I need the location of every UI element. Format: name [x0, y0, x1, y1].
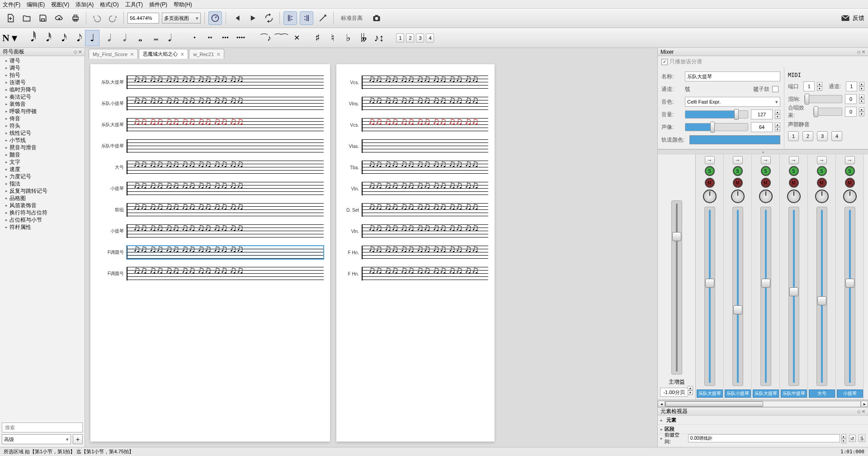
- channel-fader[interactable]: [816, 207, 827, 386]
- menu-add[interactable]: 添加(A): [75, 1, 94, 7]
- staff[interactable]: ♫♫ ♫♫ ♫♫ ♫♫ ♫♫ ♫♫ ♫♫: [127, 203, 324, 217]
- duration-8th[interactable]: 𝅘𝅥𝅮: [70, 30, 84, 46]
- menu-view[interactable]: 视图(V): [51, 1, 69, 7]
- sharp-button[interactable]: ♯: [310, 30, 325, 46]
- redo-button[interactable]: [106, 11, 120, 25]
- palette-item[interactable]: 文字: [0, 158, 85, 166]
- score-tab[interactable]: w_Rec21×: [189, 49, 224, 59]
- palette-close-icon[interactable]: ✕: [78, 49, 82, 54]
- palette-add-button[interactable]: +: [73, 434, 83, 444]
- dot-3[interactable]: •••: [218, 30, 232, 46]
- staff[interactable]: ♫♫ ♫♫ ♫♫ ♫♫ ♫♫ ♫♫ ♫♫: [127, 182, 324, 195]
- menubar[interactable]: 文件(F) 编辑(E) 视图(V) 添加(A) 格式(O) 工具(T) 插件(P…: [0, 0, 868, 8]
- palette-item[interactable]: 颤音: [0, 151, 85, 158]
- cloud-button[interactable]: [52, 11, 66, 25]
- mute-button[interactable]: M: [733, 178, 743, 188]
- duration-breve[interactable]: 𝅜: [146, 30, 161, 46]
- staff[interactable]: ♫♫ ♫♫ ♫♫ ♫♫ ♫♫ ♫♫ ♫♫: [127, 246, 324, 259]
- loop-button[interactable]: [262, 11, 276, 25]
- palette-item[interactable]: 倚音: [0, 115, 85, 122]
- rewind-button[interactable]: [230, 11, 243, 25]
- palette-item[interactable]: 连谱号: [0, 79, 85, 86]
- staff[interactable]: ♫♫ ♫♫ ♫♫ ♫♫ ♫♫ ♫♫ ♫♫: [362, 267, 488, 280]
- sound-dropdown[interactable]: Celli Fast Expr.: [685, 97, 780, 107]
- master-gain-value[interactable]: -1.00分贝: [660, 388, 688, 397]
- menu-edit[interactable]: 编辑(E): [27, 1, 45, 7]
- staff[interactable]: ♫♫ ♫♫ ♫♫ ♫♫ ♫♫ ♫♫ ♫♫: [362, 182, 488, 195]
- duration-whole[interactable]: 𝅝: [131, 30, 146, 46]
- tab-close-icon[interactable]: ×: [130, 51, 134, 58]
- palette-item[interactable]: 占位框与小节: [0, 216, 85, 223]
- channel-fader[interactable]: [732, 207, 743, 386]
- duration-32nd[interactable]: 𝅘𝅥𝅰: [39, 30, 53, 46]
- track-name-input[interactable]: [685, 71, 780, 81]
- voice-1-button[interactable]: 1: [396, 33, 404, 43]
- repeat-end-button[interactable]: [300, 11, 313, 25]
- menu-format[interactable]: 格式(O): [100, 1, 118, 7]
- volume-slider[interactable]: [685, 110, 748, 119]
- staff[interactable]: ♫♫ ♫♫ ♫♫ ♫♫ ♫♫ ♫♫ ♫♫: [362, 161, 488, 174]
- palette-item[interactable]: 品格图: [0, 195, 85, 202]
- solo-button[interactable]: S: [845, 166, 855, 176]
- chorus-slider[interactable]: [813, 108, 842, 116]
- flat-button[interactable]: ♭: [341, 30, 355, 46]
- tie-button[interactable]: ⁀♪: [259, 30, 273, 46]
- print-button[interactable]: [69, 11, 82, 25]
- repeat-start-button[interactable]: [283, 11, 297, 25]
- staff[interactable]: [362, 139, 488, 153]
- channel-fader[interactable]: [760, 207, 771, 386]
- zoom-input[interactable]: [127, 13, 159, 24]
- palette-item[interactable]: 装饰音: [0, 100, 85, 108]
- palette-level-dropdown[interactable]: 高级: [2, 434, 71, 444]
- apply-style-button[interactable]: S: [859, 435, 865, 442]
- mixer-hscrollbar[interactable]: ◂ ▸: [658, 400, 868, 407]
- pan-button[interactable]: [316, 11, 330, 25]
- staff[interactable]: ♫♫ ♫♫ ♫♫ ♫♫ ♫♫ ♫♫ ♫♫: [362, 118, 488, 132]
- channel-fader[interactable]: [704, 207, 715, 386]
- palette-item[interactable]: 风笛装饰音: [0, 202, 85, 209]
- natural-button[interactable]: ♮: [326, 30, 340, 46]
- staff[interactable]: ♫♫ ♫♫ ♫♫ ♫♫ ♫♫ ♫♫ ♫♫: [127, 224, 324, 238]
- pan-knob[interactable]: [787, 190, 801, 203]
- staff[interactable]: ♫♫ ♫♫ ♫♫ ♫♫ ♫♫ ♫♫ ♫♫: [362, 203, 488, 217]
- midi-port-input[interactable]: 1: [803, 81, 815, 91]
- inspector-close-icon[interactable]: ✕: [862, 409, 865, 414]
- palette-item[interactable]: 小节线: [0, 137, 85, 144]
- staff[interactable]: ♫♫ ♫♫ ♫♫ ♫♫ ♫♫ ♫♫ ♫♫: [362, 97, 488, 110]
- voice-mute-button[interactable]: 1: [788, 131, 799, 141]
- menu-help[interactable]: 帮助(H): [174, 1, 192, 7]
- midi-channel-input[interactable]: 1: [846, 81, 857, 91]
- dot-1[interactable]: •: [187, 30, 202, 46]
- mute-button[interactable]: M: [817, 178, 827, 188]
- mixer-undock-icon[interactable]: ◇: [857, 49, 861, 54]
- solo-button[interactable]: S: [789, 166, 799, 176]
- palette-item[interactable]: 琶音与滑音: [0, 144, 85, 151]
- duration-half2[interactable]: 𝅗𝅥: [116, 30, 130, 46]
- palette-item[interactable]: 反复与跳转记号: [0, 187, 85, 195]
- metronome-button[interactable]: [208, 11, 222, 25]
- voice-4-button[interactable]: 4: [426, 33, 434, 43]
- pan-knob[interactable]: [843, 190, 857, 203]
- feedback-button[interactable]: 反馈: [841, 14, 864, 22]
- strip-expand-button[interactable]: →: [817, 156, 827, 164]
- view-mode-dropdown[interactable]: 多页面视图: [162, 13, 201, 24]
- save-button[interactable]: [36, 11, 50, 25]
- tab-close-icon[interactable]: ×: [180, 51, 184, 58]
- pan-knob[interactable]: [731, 190, 745, 203]
- collapse-handle[interactable]: ▴: [658, 149, 868, 154]
- palette-item[interactable]: 符头: [0, 122, 85, 129]
- strip-expand-button[interactable]: →: [845, 156, 855, 164]
- palette-item[interactable]: 调号: [0, 64, 85, 71]
- strip-expand-button[interactable]: →: [761, 156, 771, 164]
- strip-expand-button[interactable]: →: [705, 156, 715, 164]
- inspector-section-element[interactable]: 元素: [658, 416, 868, 425]
- solo-button[interactable]: S: [817, 166, 827, 176]
- palette-item[interactable]: 速度: [0, 166, 85, 173]
- duration-half[interactable]: 𝅗𝅥: [100, 30, 115, 46]
- palette-item[interactable]: 临时升降号: [0, 86, 85, 93]
- duration-dotted[interactable]: 𝅗𝅥.: [162, 30, 176, 46]
- mute-button[interactable]: M: [761, 178, 771, 188]
- palette-item[interactable]: 力度记号: [0, 173, 85, 180]
- play-button[interactable]: [246, 11, 259, 25]
- master-fader[interactable]: [671, 200, 682, 375]
